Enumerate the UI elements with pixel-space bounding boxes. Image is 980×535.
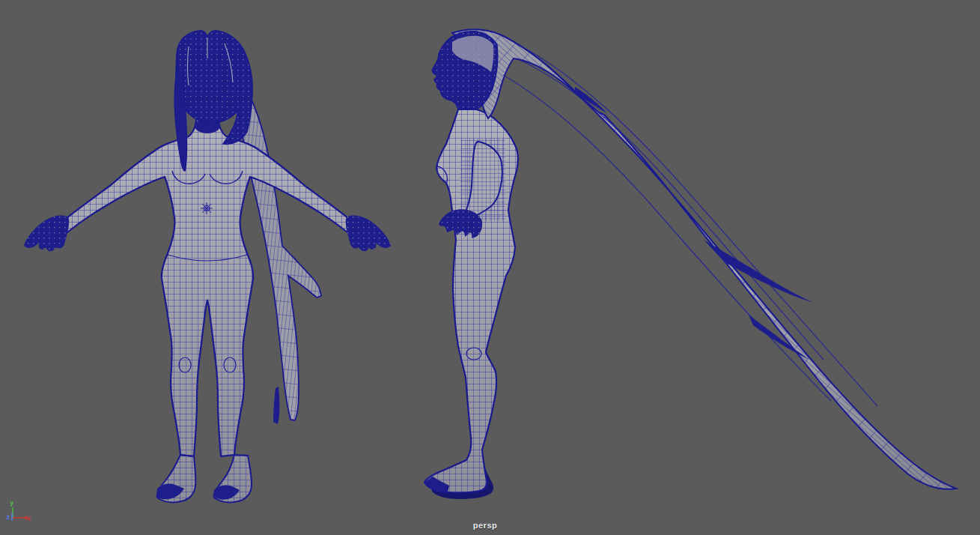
camera-name-label: persp — [455, 521, 515, 530]
z-axis-label: z — [6, 513, 10, 521]
y-axis-label: y — [10, 499, 14, 507]
scene-canvas[interactable]: y x z — [0, 0, 980, 535]
side-arm — [460, 139, 505, 221]
front-navel-star — [201, 202, 213, 214]
maya-perspective-viewport[interactable]: y x z persp — [0, 0, 980, 535]
x-axis-label: x — [27, 515, 31, 522]
